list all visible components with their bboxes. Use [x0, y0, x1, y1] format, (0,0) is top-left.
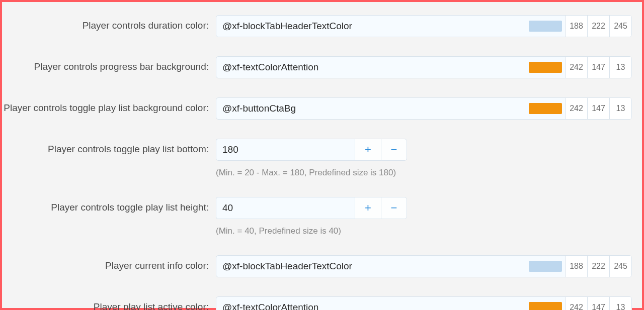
- color-swatch[interactable]: [529, 21, 562, 32]
- field-label: Player play list active color:: [2, 296, 216, 310]
- rgb-r-cell[interactable]: 242: [565, 98, 587, 119]
- field-hint: (Min. = 40, Predefined size is 40): [216, 226, 632, 236]
- form-row: Player controls duration color:188222245: [2, 15, 642, 37]
- color-swatch[interactable]: [529, 103, 562, 114]
- minus-icon[interactable]: −: [381, 139, 407, 161]
- rgb-r-cell[interactable]: 188: [565, 256, 587, 277]
- field-col: 24214713: [216, 296, 642, 310]
- field-label: Player current info color:: [2, 255, 216, 271]
- rgb-b-cell[interactable]: 245: [609, 256, 631, 277]
- form-row: Player controls toggle play list backgro…: [2, 97, 642, 120]
- field-col: 24214713: [216, 56, 642, 78]
- color-field: 188222245: [216, 255, 632, 277]
- field-label: Player controls progress bar background:: [2, 56, 216, 72]
- form-frame: Player controls duration color:188222245…: [0, 0, 644, 310]
- rgb-b-cell[interactable]: 13: [609, 57, 631, 78]
- rgb-b-cell[interactable]: 245: [609, 16, 631, 37]
- color-value-input[interactable]: [216, 98, 526, 119]
- color-value-input[interactable]: [216, 57, 526, 78]
- rgb-r-cell[interactable]: 188: [565, 16, 587, 37]
- color-field: 188222245: [216, 15, 632, 37]
- plus-icon[interactable]: +: [355, 197, 381, 219]
- rgb-b-cell[interactable]: 13: [609, 98, 631, 119]
- form-row: Player current info color:188222245: [2, 255, 642, 277]
- field-hint: (Min. = 20 - Max. = 180, Predefined size…: [216, 168, 632, 178]
- form-area: Player controls duration color:188222245…: [2, 2, 642, 308]
- color-field: 24214713: [216, 296, 632, 310]
- number-input[interactable]: [216, 197, 355, 219]
- rgb-g-cell[interactable]: 222: [587, 256, 609, 277]
- number-input[interactable]: [216, 139, 355, 161]
- color-field: 24214713: [216, 56, 632, 78]
- form-row: Player controls progress bar background:…: [2, 56, 642, 78]
- plus-icon[interactable]: +: [355, 139, 381, 161]
- field-label: Player controls toggle play list height:: [2, 197, 216, 213]
- color-value-input[interactable]: [216, 16, 526, 37]
- field-col: +−(Min. = 20 - Max. = 180, Predefined si…: [216, 139, 642, 178]
- field-label: Player controls toggle play list bottom:: [2, 139, 216, 155]
- rgb-g-cell[interactable]: 147: [587, 57, 609, 78]
- rgb-r-cell[interactable]: 242: [565, 57, 587, 78]
- rgb-b-cell[interactable]: 13: [609, 297, 631, 310]
- field-label: Player controls toggle play list backgro…: [2, 97, 216, 114]
- color-field: 24214713: [216, 97, 632, 120]
- color-swatch[interactable]: [529, 261, 562, 272]
- color-value-input[interactable]: [216, 256, 526, 277]
- form-row: Player play list active color:24214713: [2, 296, 642, 310]
- field-col: 24214713: [216, 97, 642, 120]
- rgb-g-cell[interactable]: 147: [587, 98, 609, 119]
- field-col: +−(Min. = 40, Predefined size is 40): [216, 197, 642, 236]
- number-stepper: +−: [216, 197, 407, 219]
- field-label: Player controls duration color:: [2, 15, 216, 31]
- field-col: 188222245: [216, 15, 642, 37]
- stepper-wrap: +−(Min. = 40, Predefined size is 40): [216, 197, 632, 236]
- field-col: 188222245: [216, 255, 642, 277]
- color-value-input[interactable]: [216, 297, 526, 310]
- rgb-r-cell[interactable]: 242: [565, 297, 587, 310]
- stepper-wrap: +−(Min. = 20 - Max. = 180, Predefined si…: [216, 139, 632, 178]
- form-row: Player controls toggle play list height:…: [2, 197, 642, 236]
- minus-icon[interactable]: −: [381, 197, 407, 219]
- color-swatch[interactable]: [529, 302, 562, 310]
- rgb-g-cell[interactable]: 222: [587, 16, 609, 37]
- color-swatch[interactable]: [529, 62, 562, 73]
- number-stepper: +−: [216, 139, 407, 161]
- rgb-g-cell[interactable]: 147: [587, 297, 609, 310]
- form-row: Player controls toggle play list bottom:…: [2, 139, 642, 178]
